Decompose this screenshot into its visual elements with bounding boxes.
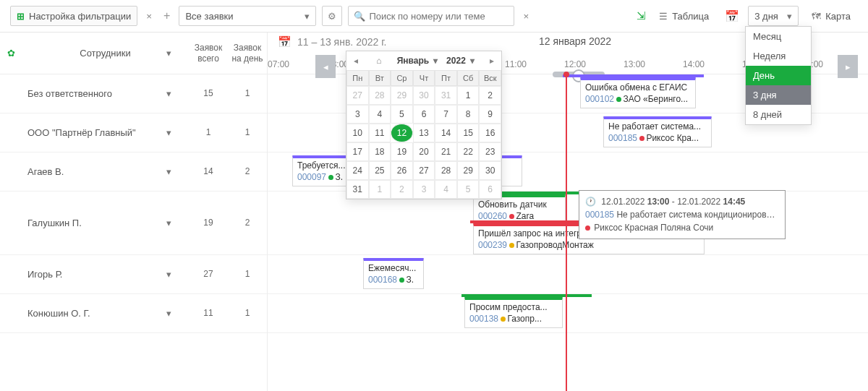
cal-day[interactable]: 27 [413,161,435,180]
cal-weekday: Чт [413,70,435,86]
cal-day[interactable]: 4 [435,180,457,199]
filter-settings-button[interactable]: ⊞ Настройка фильтрации [10,6,137,26]
row-menu-button[interactable]: ▾ [166,166,171,177]
filter-close-button[interactable]: × [143,11,155,22]
view-map-button[interactable]: 🗺 Карта [804,6,858,26]
cal-day[interactable]: 13 [413,124,435,142]
cal-day[interactable]: 1 [369,180,391,199]
task-card[interactable]: Просим предоста... 000138 Газопр... [464,297,563,328]
row-menu-button[interactable]: ▾ [166,127,171,138]
cal-day[interactable]: 30 [479,161,501,180]
cal-day[interactable]: 15 [457,124,480,142]
timeline-prev-button[interactable]: ◂ [315,55,336,78]
task-card[interactable]: Ежемесяч... 000168 З. [363,258,424,289]
request-filter-select[interactable]: Все заявки ▾ [179,6,316,26]
calendar-active-icon[interactable]: 📅 [722,6,742,26]
cal-day[interactable]: 23 [479,142,501,161]
cal-year-label[interactable]: 2022▾ [446,56,475,66]
table-row: Без ответственного▾151 [0,74,267,113]
task-card[interactable]: Требуется... 000097 З. [292,155,353,186]
row-menu-button[interactable]: ▾ [166,269,171,280]
cell-total: 14 [189,166,228,176]
row-menu-button[interactable]: ▾ [166,218,171,228]
grid-settings-icon[interactable]: ✿ [0,48,22,59]
cal-day[interactable]: 29 [457,161,480,180]
cal-day[interactable]: 12 [391,124,413,142]
cal-day[interactable]: 6 [413,105,435,124]
cal-day[interactable]: 20 [413,142,435,161]
cal-home-button[interactable]: ⌂ [373,56,384,66]
cal-day[interactable]: 27 [346,86,369,105]
cal-weekday: Вск [479,70,501,86]
period-option-3days[interactable]: 3 дня [746,85,811,105]
filter-add-button[interactable]: + [161,9,173,22]
col-employees-label: Сотрудники [80,48,130,59]
task-card[interactable]: Не работает система... 000185 Риксос Кра… [603,116,712,147]
period-option-month[interactable]: Месяц [746,27,811,46]
employee-name: Агаев В. [27,166,64,177]
select-settings-button[interactable]: ⚙ [322,6,342,26]
cal-day[interactable]: 24 [346,161,369,180]
cal-month-label[interactable]: Январь▾ [397,56,438,66]
cal-day[interactable]: 16 [479,124,501,142]
view-table-button[interactable]: ☰ Таблица [652,6,716,26]
cal-day[interactable]: 10 [346,124,369,142]
cal-day[interactable]: 30 [413,86,435,105]
task-card[interactable]: Ошибка обмена с ЕГАИС 000102 ЗАО «Беринг… [580,77,696,108]
cal-day[interactable]: 1 [457,86,480,105]
view-table-label: Таблица [672,11,709,22]
cal-day[interactable]: 8 [457,105,480,124]
cal-day[interactable]: 9 [479,105,501,124]
period-option-week[interactable]: Неделя [746,46,811,66]
row-menu-button[interactable]: ▾ [166,88,171,99]
cal-day[interactable]: 29 [391,86,413,105]
cell-total: 11 [189,308,228,318]
cal-day[interactable]: 18 [369,142,391,161]
cal-day[interactable]: 28 [435,161,457,180]
calendar-popup: ◂ ⌂ Январь▾ 2022▾ ▸ ПнВтСрЧтПтСбВск27282… [346,51,502,199]
cal-day[interactable]: 21 [435,142,457,161]
search-clear-button[interactable]: × [520,11,532,22]
calendar-icon[interactable]: 📅 [278,35,292,48]
cal-day[interactable]: 5 [457,180,480,199]
cal-day[interactable]: 31 [346,180,369,199]
cal-weekday: Сб [457,70,480,86]
cal-day[interactable]: 31 [435,86,457,105]
cal-day[interactable]: 3 [413,180,435,199]
cal-day[interactable]: 25 [369,161,391,180]
search-input[interactable] [348,6,514,26]
cal-day[interactable]: 17 [346,142,369,161]
cal-day[interactable]: 5 [391,105,413,124]
row-menu-button[interactable]: ▾ [166,308,171,319]
caret-down-icon: ▾ [305,11,310,22]
period-option-8days[interactable]: 8 дней [746,105,811,124]
timeline-next-button[interactable]: ▸ [838,55,858,78]
cal-day[interactable]: 2 [479,86,501,105]
cal-weekday: Вт [369,70,391,86]
cell-total: 1 [189,127,228,137]
cell-perday: 1 [228,88,267,98]
hour-label: 13:00 [624,59,683,69]
table-row: ООО "Партнёр Главный"▾11 [0,113,267,152]
cal-day[interactable]: 19 [391,142,413,161]
current-date-title: 12 января 2022 [539,35,611,47]
cal-day[interactable]: 14 [435,124,457,142]
period-option-day[interactable]: День [746,66,811,85]
cal-next-button[interactable]: ▸ [487,56,497,66]
period-select[interactable]: 3 дня ▾ [748,6,799,26]
cal-day[interactable]: 11 [369,124,391,142]
cal-day[interactable]: 6 [479,180,501,199]
cal-day[interactable]: 22 [457,142,480,161]
cal-day[interactable]: 26 [391,161,413,180]
cal-day[interactable]: 28 [369,86,391,105]
export-icon[interactable]: ⇲ [637,9,646,22]
cal-day[interactable]: 3 [346,105,369,124]
cal-day[interactable]: 7 [435,105,457,124]
cal-day[interactable]: 4 [369,105,391,124]
clock-icon: 🕐 [585,197,596,207]
cell-perday: 2 [228,218,267,228]
caret-down-icon[interactable]: ▾ [166,48,171,59]
search-icon: 🔍 [354,11,365,22]
cal-day[interactable]: 2 [391,180,413,199]
cal-prev-button[interactable]: ◂ [351,56,361,66]
